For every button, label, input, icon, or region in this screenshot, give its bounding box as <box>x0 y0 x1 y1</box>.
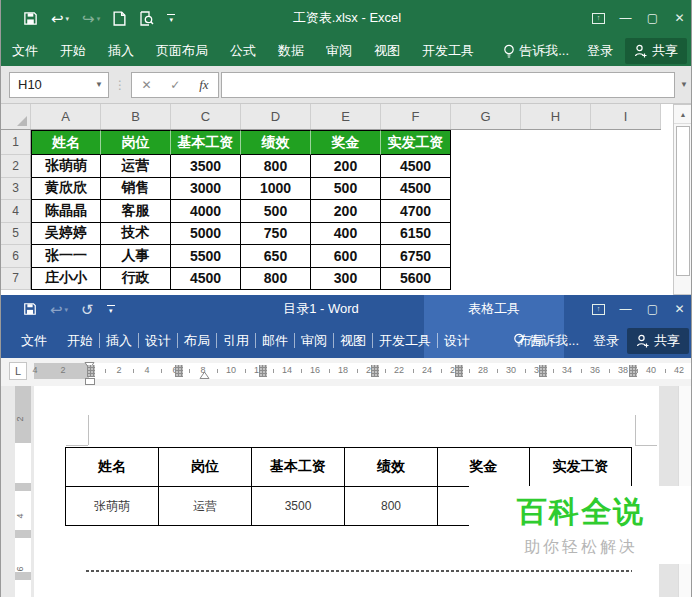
excel-cell[interactable]: 400 <box>311 223 381 246</box>
scroll-up-icon[interactable]: ▲ <box>674 105 692 124</box>
excel-cell[interactable]: 绩效 <box>241 130 311 155</box>
excel-cell[interactable]: 500 <box>241 200 311 223</box>
row-header-5[interactable]: 5 <box>1 223 31 246</box>
word-table-cell[interactable]: 张萌萌 <box>66 487 159 526</box>
column-header-H[interactable]: H <box>521 104 591 129</box>
word-tab-引用[interactable]: 引用 <box>217 332 255 350</box>
word-tab-布局[interactable]: 布局 <box>178 332 216 350</box>
word-tab-文件[interactable]: 文件 <box>1 332 61 350</box>
excel-cell[interactable]: 岗位 <box>101 130 171 155</box>
excel-cell[interactable]: 5600 <box>381 268 451 291</box>
word-table-header-cell[interactable]: 奖金 <box>438 448 530 487</box>
word-table-header-cell[interactable]: 基本工资 <box>252 448 345 487</box>
new-file-icon[interactable] <box>113 11 126 26</box>
maximize-icon[interactable]: ▢ <box>639 0 666 36</box>
excel-cell[interactable]: 吴婷婷 <box>31 223 101 246</box>
column-header-F[interactable]: F <box>381 104 451 129</box>
excel-cell[interactable]: 张一一 <box>31 245 101 268</box>
excel-tab-开发工具[interactable]: 开发工具 <box>411 42 485 60</box>
excel-vertical-scrollbar[interactable]: ▲ <box>673 104 692 295</box>
formula-bar-expand-icon[interactable]: ▼ <box>675 80 692 89</box>
word-table-header-cell[interactable]: 实发工资 <box>530 448 632 487</box>
confirm-entry-icon[interactable]: ✓ <box>170 78 180 92</box>
excel-cell[interactable]: 600 <box>311 245 381 268</box>
excel-tab-数据[interactable]: 数据 <box>267 42 315 60</box>
word-tell-me-button[interactable]: 告诉我... <box>507 332 585 350</box>
excel-cell[interactable]: 6750 <box>381 245 451 268</box>
excel-cell[interactable]: 行政 <box>101 268 171 291</box>
customize-quick-access-icon[interactable]: ▾ <box>167 14 175 23</box>
column-header-A[interactable]: A <box>31 104 101 129</box>
name-box-dropdown-icon[interactable]: ▼ <box>90 80 108 89</box>
close-icon[interactable]: ✕ <box>666 0 692 36</box>
excel-cell[interactable]: 4000 <box>171 200 241 223</box>
excel-cell[interactable]: 张萌萌 <box>31 155 101 178</box>
word-tab-邮件[interactable]: 邮件 <box>256 332 294 350</box>
empty-cells[interactable] <box>451 245 661 268</box>
print-preview-icon[interactable] <box>139 11 154 26</box>
excel-scrollbar-thumb[interactable] <box>676 126 690 276</box>
maximize-icon[interactable]: ▢ <box>639 291 666 327</box>
excel-tab-视图[interactable]: 视图 <box>363 42 411 60</box>
word-table-header-cell[interactable]: 绩效 <box>345 448 438 487</box>
empty-cells[interactable] <box>451 155 661 178</box>
word-table-header-cell[interactable]: 姓名 <box>66 448 159 487</box>
minimize-icon[interactable]: — <box>612 0 639 36</box>
column-header-B[interactable]: B <box>101 104 171 129</box>
excel-cell[interactable]: 3000 <box>171 178 241 201</box>
excel-cell[interactable]: 销售 <box>101 178 171 201</box>
excel-cell[interactable]: 650 <box>241 245 311 268</box>
empty-cells[interactable] <box>451 268 661 291</box>
row-header-3[interactable]: 3 <box>1 178 31 201</box>
formula-bar-input[interactable] <box>221 72 675 98</box>
word-tab-开始[interactable]: 开始 <box>61 332 99 350</box>
excel-cell[interactable]: 陈晶晶 <box>31 200 101 223</box>
word-tab-审阅[interactable]: 审阅 <box>295 332 333 350</box>
table-column-marker[interactable] <box>87 365 95 377</box>
column-header-D[interactable]: D <box>241 104 311 129</box>
word-table-header-cell[interactable]: 岗位 <box>159 448 252 487</box>
excel-cell[interactable]: 800 <box>241 268 311 291</box>
empty-cells[interactable] <box>451 178 661 201</box>
row-header-6[interactable]: 6 <box>1 245 31 268</box>
redo-icon[interactable]: ↪▾ <box>82 11 100 26</box>
word-table-cell[interactable]: 3500 <box>252 487 345 526</box>
excel-cell[interactable]: 200 <box>311 155 381 178</box>
undo-icon[interactable]: ↩▾ <box>51 11 69 26</box>
save-icon[interactable] <box>23 11 38 26</box>
column-header-E[interactable]: E <box>311 104 381 129</box>
excel-cell[interactable]: 800 <box>241 155 311 178</box>
insert-function-icon[interactable]: fx <box>199 77 208 93</box>
excel-tab-公式[interactable]: 公式 <box>219 42 267 60</box>
excel-sign-in-button[interactable]: 登录 <box>579 42 621 60</box>
excel-cell[interactable]: 4500 <box>381 178 451 201</box>
undo-icon[interactable]: ↩▾ <box>50 302 68 317</box>
word-context-tab-设计[interactable]: 设计 <box>438 332 476 350</box>
column-header-C[interactable]: C <box>171 104 241 129</box>
excel-cell[interactable]: 运营 <box>101 155 171 178</box>
empty-cells[interactable] <box>451 223 661 246</box>
excel-tab-插入[interactable]: 插入 <box>97 42 145 60</box>
redo-icon[interactable]: ↺ <box>81 302 94 317</box>
undo-dropdown-icon[interactable]: ▾ <box>65 306 69 313</box>
minimize-icon[interactable]: — <box>612 291 639 327</box>
excel-cell[interactable]: 750 <box>241 223 311 246</box>
excel-tell-me-button[interactable]: 告诉我... <box>497 42 575 60</box>
redo-dropdown-icon[interactable]: ▾ <box>97 15 101 22</box>
table-column-marker[interactable] <box>371 365 379 377</box>
word-table-cell[interactable]: 运营 <box>159 487 252 526</box>
excel-cell[interactable]: 4700 <box>381 200 451 223</box>
save-icon[interactable] <box>23 302 37 316</box>
excel-cell[interactable]: 200 <box>311 200 381 223</box>
excel-cell[interactable]: 4500 <box>381 155 451 178</box>
customize-quick-access-icon[interactable]: ▾ <box>107 305 115 314</box>
empty-cells[interactable] <box>451 130 661 155</box>
excel-cell[interactable]: 300 <box>311 268 381 291</box>
column-header-I[interactable]: I <box>591 104 661 129</box>
excel-cell[interactable]: 姓名 <box>31 130 101 155</box>
excel-tab-页面布局[interactable]: 页面布局 <box>145 42 219 60</box>
row-header-4[interactable]: 4 <box>1 200 31 223</box>
table-column-marker[interactable] <box>259 365 267 377</box>
excel-cell[interactable]: 技术 <box>101 223 171 246</box>
word-tab-设计[interactable]: 设计 <box>139 332 177 350</box>
